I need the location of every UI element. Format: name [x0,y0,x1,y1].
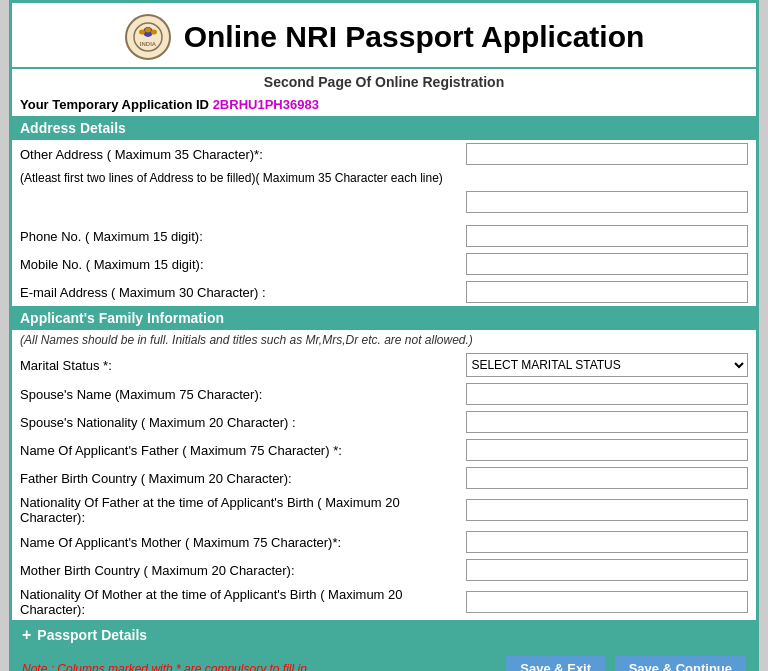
svg-point-6 [151,30,157,35]
marital-status-select[interactable]: SELECT MARITAL STATUS Single Married Div… [466,353,748,377]
subtitle-text: Second Page Of Online Registration [264,74,504,90]
address-note: (Atleast first two lines of Address to b… [12,168,756,188]
address-title: Address Details [20,120,126,136]
spouse-nationality-label: Spouse's Nationality ( Maximum 20 Charac… [12,408,458,436]
app-title: Online NRI Passport Application [184,20,645,54]
table-row: Nationality Of Mother at the time of App… [12,584,756,620]
mobile-input[interactable] [466,253,748,275]
mother-nationality-label: Nationality Of Mother at the time of App… [12,584,458,620]
header: INDIA Online NRI Passport Application [12,3,756,69]
family-title: Applicant's Family Information [20,310,224,326]
other-address-input-2[interactable] [466,191,748,213]
svg-point-4 [139,30,145,35]
table-row: Marital Status *: SELECT MARITAL STATUS … [12,350,756,380]
mother-name-label: Name Of Applicant's Mother ( Maximum 75 … [12,528,458,556]
table-row: Name Of Applicant's Mother ( Maximum 75 … [12,528,756,556]
mother-nationality-input[interactable] [466,591,748,613]
footer-buttons: Save & Exit Save & Continue [500,656,746,671]
save-continue-button[interactable]: Save & Continue [615,656,746,671]
father-birth-country-input[interactable] [466,467,748,489]
father-nationality-input[interactable] [466,499,748,521]
table-row: Spouse's Name (Maximum 75 Character): [12,380,756,408]
table-row: Other Address ( Maximum 35 Character)*: [12,140,756,168]
table-row: Mobile No. ( Maximum 15 digit): [12,250,756,278]
save-exit-button[interactable]: Save & Exit [506,656,605,671]
plus-icon: + [22,626,31,644]
spouse-nationality-input[interactable] [466,411,748,433]
table-row: E-mail Address ( Maximum 30 Character) : [12,278,756,306]
email-input[interactable] [466,281,748,303]
passport-section-header[interactable]: + Passport Details [12,620,756,650]
father-birth-country-label: Father Birth Country ( Maximum 20 Charac… [12,464,458,492]
spouse-name-input[interactable] [466,383,748,405]
address-section-header: Address Details [12,116,756,140]
table-row: Father Birth Country ( Maximum 20 Charac… [12,464,756,492]
table-row: Spouse's Nationality ( Maximum 20 Charac… [12,408,756,436]
father-nationality-label: Nationality Of Father at the time of App… [12,492,458,528]
address-form: Other Address ( Maximum 35 Character)*: … [12,140,756,306]
family-note: (All Names should be in full. Initials a… [12,330,756,350]
footer-bar: Note : Columns marked with * are compuls… [12,650,756,671]
phone-label: Phone No. ( Maximum 15 digit): [12,222,458,250]
family-form: Marital Status *: SELECT MARITAL STATUS … [12,350,756,620]
table-row [12,188,756,216]
table-row: Name Of Applicant's Father ( Maximum 75 … [12,436,756,464]
phone-input[interactable] [466,225,748,247]
emblem-icon: INDIA [124,13,172,61]
table-row: Phone No. ( Maximum 15 digit): [12,222,756,250]
temp-id-value: 2BRHU1PH36983 [213,97,319,112]
table-row: (Atleast first two lines of Address to b… [12,168,756,188]
father-name-input[interactable] [466,439,748,461]
app-container: INDIA Online NRI Passport Application Se… [9,0,759,671]
mobile-label: Mobile No. ( Maximum 15 digit): [12,250,458,278]
sub-header: Second Page Of Online Registration [12,69,756,93]
required-asterisk: * [176,662,181,672]
table-row: Nationality Of Father at the time of App… [12,492,756,528]
other-address-input-1[interactable] [466,143,748,165]
temp-id-row: Your Temporary Application ID 2BRHU1PH36… [12,93,756,116]
temp-id-label: Your Temporary Application ID [20,97,209,112]
table-row: Mother Birth Country ( Maximum 20 Charac… [12,556,756,584]
marital-status-label: Marital Status *: [12,350,458,380]
mother-birth-country-label: Mother Birth Country ( Maximum 20 Charac… [12,556,458,584]
father-name-label: Name Of Applicant's Father ( Maximum 75 … [12,436,458,464]
mother-name-input[interactable] [466,531,748,553]
footer-note: Note : Columns marked with * are compuls… [22,662,310,672]
email-label: E-mail Address ( Maximum 30 Character) : [12,278,458,306]
svg-point-5 [145,28,151,33]
other-address-label: Other Address ( Maximum 35 Character)*: [12,140,458,168]
spouse-name-label: Spouse's Name (Maximum 75 Character): [12,380,458,408]
svg-text:INDIA: INDIA [140,41,157,47]
passport-title: Passport Details [37,627,147,643]
family-section-header: Applicant's Family Information [12,306,756,330]
mother-birth-country-input[interactable] [466,559,748,581]
